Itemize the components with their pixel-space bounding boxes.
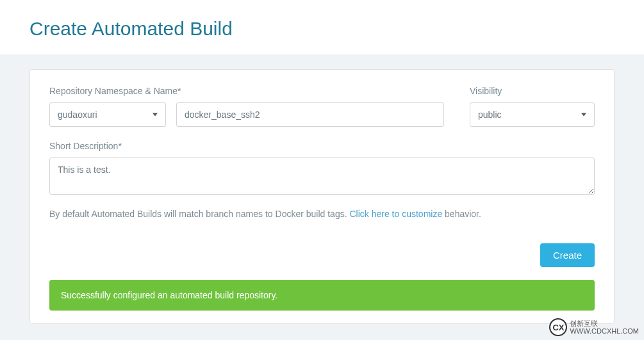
button-row: Create bbox=[49, 243, 595, 267]
watermark-logo-icon: CX bbox=[549, 318, 567, 336]
visibility-select-value: public bbox=[478, 109, 502, 120]
namespace-select[interactable]: gudaoxuri bbox=[49, 102, 166, 127]
customize-link[interactable]: Click here to customize bbox=[349, 209, 442, 219]
page-title: Create Automated Build bbox=[29, 18, 615, 40]
description-textarea[interactable]: This is a test. bbox=[49, 158, 595, 195]
form-row-top: Repository Namespace & Name* gudaoxuri V… bbox=[49, 86, 595, 127]
form-card: Repository Namespace & Name* gudaoxuri V… bbox=[29, 69, 615, 324]
visibility-select[interactable]: public bbox=[470, 102, 595, 127]
description-group: Short Description* This is a test. bbox=[49, 141, 595, 197]
name-input[interactable] bbox=[176, 102, 444, 127]
help-prefix: By default Automated Builds will match b… bbox=[49, 209, 349, 219]
visibility-group: Visibility public bbox=[470, 86, 595, 127]
success-alert: Successfully configured an automated bui… bbox=[49, 280, 595, 311]
namespace-select-value: gudaoxuri bbox=[58, 109, 97, 120]
namespace-name-group: Repository Namespace & Name* gudaoxuri bbox=[49, 86, 470, 127]
chevron-down-icon bbox=[581, 113, 586, 117]
create-button[interactable]: Create bbox=[540, 243, 595, 267]
watermark-line1: 创新互联 bbox=[570, 320, 639, 327]
namespace-label: Repository Namespace & Name* bbox=[49, 86, 444, 96]
watermark: CX 创新互联 WWW.CDCXHL.COM bbox=[549, 318, 639, 336]
help-text: By default Automated Builds will match b… bbox=[49, 209, 595, 219]
watermark-line2: WWW.CDCXHL.COM bbox=[570, 327, 639, 335]
watermark-text: 创新互联 WWW.CDCXHL.COM bbox=[570, 320, 639, 335]
namespace-name-pair: gudaoxuri bbox=[49, 102, 444, 127]
chevron-down-icon bbox=[153, 113, 158, 117]
visibility-label: Visibility bbox=[470, 86, 595, 96]
help-suffix: behavior. bbox=[442, 209, 481, 219]
description-label: Short Description* bbox=[49, 141, 595, 151]
top-bar: Create Automated Build bbox=[0, 0, 644, 54]
